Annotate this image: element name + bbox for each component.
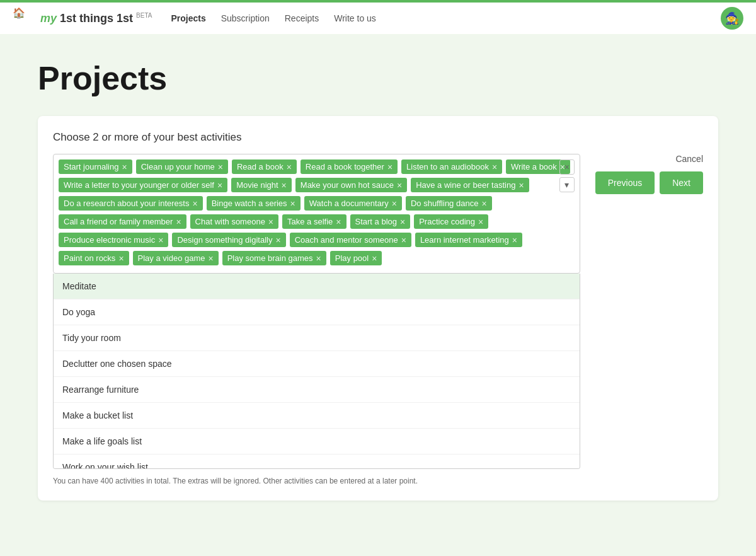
tag-item: Learn internet marketing× [415,233,522,247]
main-row: Start journaling×Clean up your home×Read… [53,154,703,469]
cancel-button[interactable]: Cancel [675,154,703,164]
tag-remove-btn[interactable]: × [282,181,287,190]
tag-label: Start a blog [355,217,398,226]
tag-remove-btn[interactable]: × [316,254,321,263]
tag-remove-btn[interactable]: × [176,217,181,226]
logo-text: my 1st things 1st BETA [40,12,152,25]
tag-remove-btn[interactable]: × [287,163,292,171]
tag-remove-btn[interactable]: × [512,236,517,245]
card-instruction: Choose 2 or more of your best activities [53,131,703,144]
tag-label: Play a video game [138,253,205,263]
tag-item: Have a wine or beer tasting× [411,178,529,192]
dropdown-item[interactable]: Make a life goals list [54,429,580,455]
tag-item: Chat with someone× [190,214,278,229]
tag-remove-btn[interactable]: × [372,254,377,263]
logo[interactable]: 🏠 my 1st things 1st BETA [13,7,152,30]
tag-item: Do a research about your interests× [59,196,203,211]
nav-write-to-us[interactable]: Write to us [334,13,376,23]
dropdown-list: MeditateDo yogaTidy your roomDeclutter o… [53,274,580,469]
tag-item: Start journaling× [59,159,132,174]
tag-item: Practice coding× [414,214,488,229]
tag-item: Listen to an audiobook× [401,159,502,174]
tag-item: Produce electronic music× [59,233,168,247]
tag-label: Listen to an audiobook [406,162,489,171]
tag-label: Watch a documentary [309,199,389,208]
dropdown-item[interactable]: Tidy your room [54,325,580,351]
tag-label: Chat with someone [195,217,265,226]
dropdown-item[interactable]: Work on your wish list [54,455,580,469]
beta-badge: BETA [136,12,152,19]
nav-subscription[interactable]: Subscription [221,13,270,23]
tag-label: Write a letter to your younger or older … [64,180,214,190]
tag-remove-btn[interactable]: × [387,163,392,171]
tags-clear-btn[interactable]: × [559,159,575,175]
tag-label: Do a research about your interests [64,199,189,208]
tag-label: Binge watch a series [212,199,287,208]
previous-button[interactable]: Previous [595,171,655,194]
activities-card: Choose 2 or more of your best activities… [38,116,718,501]
tag-remove-btn[interactable]: × [122,163,127,171]
tag-remove-btn[interactable]: × [118,254,123,263]
tag-item: Clean up your home× [136,159,228,174]
logo-my: my [40,12,57,25]
tag-remove-btn[interactable]: × [268,217,273,226]
tag-item: Design something digitally× [172,233,285,247]
tag-remove-btn[interactable]: × [400,217,405,226]
tags-input-area: Start journaling×Clean up your home×Read… [59,159,575,268]
tag-remove-btn[interactable]: × [397,181,402,190]
tag-item: Play a video game× [133,251,219,265]
tag-remove-btn[interactable]: × [209,254,214,263]
dropdown-item[interactable]: Make a bucket list [54,403,580,429]
avatar[interactable]: 🧙 [721,7,743,30]
tag-remove-btn[interactable]: × [336,217,341,226]
tag-label: Practice coding [419,217,475,226]
dropdown-item[interactable]: Declutter one chosen space [54,351,580,377]
tag-remove-btn[interactable]: × [492,163,497,171]
tag-remove-btn[interactable]: × [158,236,163,245]
nav-buttons: Previous Next [595,171,703,194]
tag-label: Learn internet marketing [420,235,509,245]
tag-item: Read a book together× [301,159,398,174]
page-title: Projects [38,59,718,97]
tag-remove-btn[interactable]: × [218,163,223,171]
tag-item: Watch a documentary× [304,196,402,211]
nav-links: Projects Subscription Receipts Write to … [171,13,375,23]
dropdown-item[interactable]: Meditate [54,274,580,299]
tag-remove-btn[interactable]: × [290,199,295,208]
tag-item: Play pool× [330,251,382,265]
tag-remove-btn[interactable]: × [481,199,486,208]
tag-label: Movie night [236,180,278,190]
tag-remove-btn[interactable]: × [217,181,222,190]
tag-item: Call a friend or family member× [59,214,186,229]
tag-label: Make your own hot sauce [301,180,394,190]
tag-remove-btn[interactable]: × [392,199,397,208]
tag-remove-btn[interactable]: × [478,217,483,226]
tag-item: Do shuffling dance× [406,196,492,211]
tag-remove-btn[interactable]: × [275,236,280,245]
tags-expand-btn[interactable]: ▾ [559,177,575,192]
sidebar-actions: Cancel Previous Next [595,154,703,469]
tag-remove-btn[interactable]: × [518,181,524,190]
tag-label: Play pool [335,253,369,263]
tag-remove-btn[interactable]: × [401,236,406,245]
nav-projects[interactable]: Projects [171,13,205,23]
navbar: 🏠 my 1st things 1st BETA Projects Subscr… [0,0,756,34]
tag-item: Movie night× [231,178,292,192]
tag-item: Write a letter to your younger or older … [59,178,227,192]
tag-label: Do shuffling dance [411,199,478,208]
tags-container[interactable]: Start journaling×Clean up your home×Read… [53,154,580,274]
tag-label: Design something digitally [177,235,272,245]
tag-item: Binge watch a series× [207,196,301,211]
dropdown-item[interactable]: Do yoga [54,299,580,325]
tags-section: Start journaling×Clean up your home×Read… [53,154,580,469]
tag-remove-btn[interactable]: × [192,199,197,208]
tag-label: Play some brain games [227,253,313,263]
nav-receipts[interactable]: Receipts [285,13,319,23]
tag-label: Take a selfie [287,217,333,226]
dropdown-item[interactable]: Rearrange furniture [54,377,580,403]
tag-label: Produce electronic music [64,235,155,245]
tag-label: Write a book [511,162,557,171]
tag-label: Start journaling [64,162,118,171]
next-button[interactable]: Next [660,171,703,194]
logo-icon: 🏠 [13,7,35,30]
